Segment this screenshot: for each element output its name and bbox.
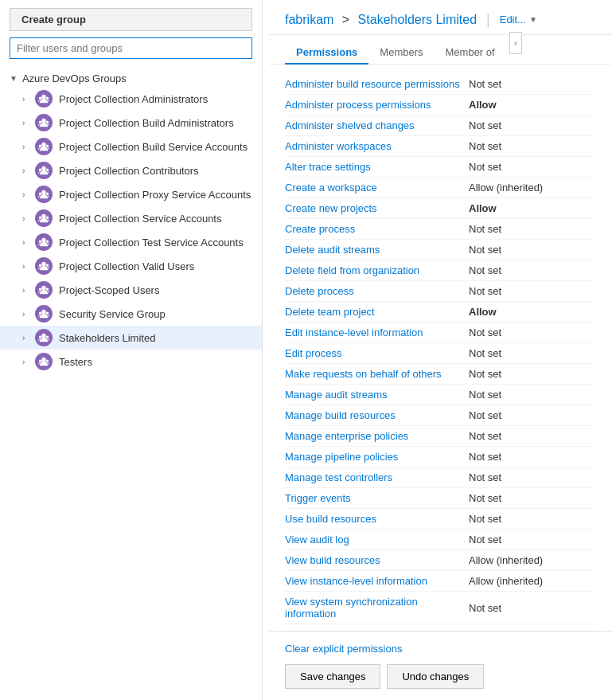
svg-point-27 bbox=[41, 310, 45, 314]
collapse-panel-button[interactable]: ‹ bbox=[509, 32, 522, 54]
permission-name[interactable]: Edit process bbox=[285, 347, 469, 359]
svg-point-24 bbox=[41, 286, 45, 290]
action-buttons: Save changes Undo changes bbox=[285, 664, 596, 689]
edit-dropdown-label: Edit... bbox=[500, 14, 526, 25]
chevron-right-icon: › bbox=[22, 214, 32, 223]
tree-item-label: Project Collection Test Service Accounts bbox=[59, 237, 244, 248]
undo-changes-button[interactable]: Undo changes bbox=[387, 664, 484, 689]
permission-name[interactable]: Use build resources bbox=[285, 513, 469, 525]
tree-item[interactable]: › Testers bbox=[0, 350, 262, 373]
permission-row: Delete team project Allow bbox=[285, 302, 596, 323]
breadcrumb-root-link[interactable]: fabrikam bbox=[285, 13, 333, 26]
permission-name[interactable]: Manage pipeline policies bbox=[285, 451, 469, 463]
tree-item[interactable]: › Project Collection Contributors bbox=[0, 158, 262, 182]
svg-point-12 bbox=[41, 190, 45, 194]
permission-name[interactable]: Edit instance-level information bbox=[285, 327, 469, 338]
permission-name[interactable]: Delete process bbox=[285, 285, 469, 297]
permission-name[interactable]: Make requests on behalf of others bbox=[285, 368, 469, 380]
permission-value: Not set bbox=[469, 409, 596, 421]
permission-name[interactable]: Create new projects bbox=[285, 202, 469, 214]
tab-members[interactable]: Members bbox=[368, 41, 434, 65]
permission-value: Not set bbox=[469, 430, 596, 442]
clear-permissions-link[interactable]: Clear explicit permissions bbox=[285, 643, 596, 655]
svg-point-23 bbox=[46, 264, 49, 267]
permission-row: View build resources Allow (inherited) bbox=[285, 550, 596, 571]
permission-name[interactable]: Administer process permissions bbox=[285, 99, 469, 111]
tree-item[interactable]: › Project Collection Service Accounts bbox=[0, 206, 262, 230]
tree-item[interactable]: › Project Collection Administrators bbox=[0, 87, 262, 111]
chevron-down-icon: ▼ bbox=[529, 15, 537, 24]
permission-value: Not set bbox=[469, 347, 596, 359]
permission-name[interactable]: Manage enterprise policies bbox=[285, 430, 469, 442]
permission-value: Not set bbox=[469, 389, 596, 401]
permission-row: Administer shelved changes Not set bbox=[285, 115, 596, 136]
permission-value: Not set bbox=[469, 285, 596, 297]
tree-item-label: Stakeholders Limited bbox=[59, 332, 155, 344]
chevron-right-icon: › bbox=[22, 358, 32, 366]
permission-row: View audit log Not set bbox=[285, 530, 596, 550]
permission-name[interactable]: Delete team project bbox=[285, 306, 469, 318]
filter-input[interactable] bbox=[10, 37, 252, 59]
svg-point-25 bbox=[39, 287, 42, 291]
chevron-right-icon: › bbox=[22, 166, 32, 175]
tree-item-label: Project Collection Service Accounts bbox=[59, 213, 221, 225]
svg-point-13 bbox=[39, 192, 42, 195]
tree-section: ▼ Azure DevOps Groups › Project Collecti… bbox=[0, 67, 262, 700]
permission-value: Allow bbox=[469, 99, 596, 111]
svg-point-26 bbox=[46, 287, 49, 291]
svg-point-31 bbox=[39, 335, 42, 338]
permission-name[interactable]: Administer workspaces bbox=[285, 140, 469, 152]
permission-name[interactable]: Alter trace settings bbox=[285, 161, 469, 173]
permission-name[interactable]: View system synchronization information bbox=[285, 596, 469, 620]
permission-name[interactable]: Administer build resource permissions bbox=[285, 78, 469, 90]
permission-name[interactable]: Create a workspace bbox=[285, 182, 469, 194]
permission-row: Manage enterprise policies Not set bbox=[285, 426, 596, 447]
permission-name[interactable]: Manage audit streams bbox=[285, 389, 469, 401]
svg-point-17 bbox=[46, 216, 49, 219]
tab-memberof[interactable]: Member of bbox=[435, 41, 506, 65]
tree-item[interactable]: › Security Service Group bbox=[0, 302, 262, 326]
group-icon bbox=[35, 162, 53, 179]
group-icon bbox=[35, 90, 53, 108]
breadcrumb-bar: fabrikam > Stakeholders Limited | Edit..… bbox=[269, 0, 612, 35]
tree-item-label: Project Collection Proxy Service Account… bbox=[59, 189, 251, 201]
permission-name[interactable]: Delete audit streams bbox=[285, 244, 469, 256]
permission-name[interactable]: Manage build resources bbox=[285, 409, 469, 421]
save-changes-button[interactable]: Save changes bbox=[285, 664, 380, 689]
group-icon bbox=[35, 305, 53, 323]
permission-row: Manage audit streams Not set bbox=[285, 385, 596, 405]
tree-item[interactable]: › Project Collection Proxy Service Accou… bbox=[0, 182, 262, 206]
permission-name[interactable]: View audit log bbox=[285, 534, 469, 546]
permission-row: Use build resources Not set bbox=[285, 509, 596, 530]
permission-value: Allow (inherited) bbox=[469, 182, 596, 194]
svg-point-15 bbox=[41, 214, 45, 218]
tree-item-label: Project Collection Valid Users bbox=[59, 260, 194, 272]
tree-item[interactable]: › Stakeholders Limited bbox=[0, 326, 262, 350]
group-icon bbox=[35, 138, 53, 155]
svg-point-0 bbox=[41, 95, 45, 99]
permission-name[interactable]: View instance-level information bbox=[285, 575, 469, 587]
tree-item[interactable]: › Project Collection Valid Users bbox=[0, 254, 262, 278]
group-icon bbox=[35, 114, 53, 131]
permission-name[interactable]: Administer shelved changes bbox=[285, 119, 469, 131]
tree-group-header[interactable]: ▼ Azure DevOps Groups bbox=[0, 70, 262, 87]
permission-name[interactable]: Create process bbox=[285, 223, 469, 235]
create-group-button[interactable]: Create group bbox=[10, 8, 252, 31]
permission-name[interactable]: Delete field from organization bbox=[285, 264, 469, 276]
group-icon bbox=[35, 186, 53, 203]
tree-item[interactable]: › Project Collection Build Administrator… bbox=[0, 111, 262, 135]
group-icon bbox=[35, 233, 53, 251]
permission-name[interactable]: View build resources bbox=[285, 554, 469, 566]
permission-name[interactable]: Manage test controllers bbox=[285, 471, 469, 483]
tree-item[interactable]: › Project Collection Build Service Accou… bbox=[0, 135, 262, 158]
tree-group-label: Azure DevOps Groups bbox=[22, 72, 127, 84]
tree-item[interactable]: › Project Collection Test Service Accoun… bbox=[0, 230, 262, 254]
edit-dropdown-button[interactable]: Edit... ▼ bbox=[500, 14, 537, 25]
tree-item[interactable]: › Project-Scoped Users bbox=[0, 278, 262, 302]
permissions-content: Administer build resource permissions No… bbox=[269, 65, 612, 631]
permission-name[interactable]: Trigger events bbox=[285, 492, 469, 504]
chevron-down-icon: ▼ bbox=[10, 74, 18, 83]
permission-row: Administer workspaces Not set bbox=[285, 136, 596, 157]
tab-permissions[interactable]: Permissions bbox=[285, 41, 368, 65]
svg-point-28 bbox=[39, 311, 42, 315]
